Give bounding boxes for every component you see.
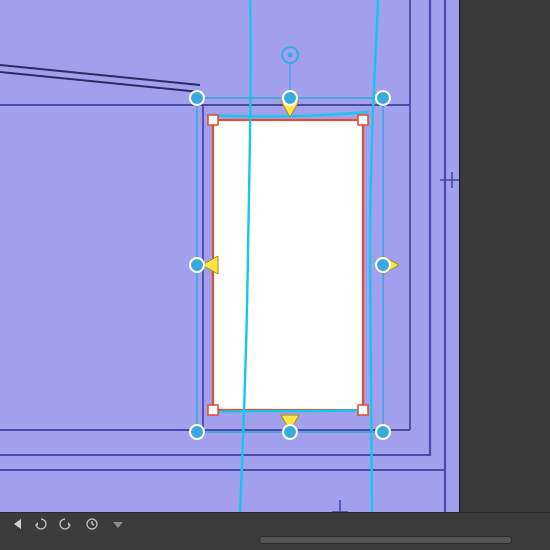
bbox-mid-handle[interactable] bbox=[190, 258, 204, 272]
chevron-down-icon[interactable] bbox=[111, 517, 125, 531]
rotate-handle-dot[interactable] bbox=[288, 53, 293, 58]
app-root bbox=[0, 0, 550, 550]
face-corner-handle[interactable] bbox=[358, 405, 368, 415]
redo-icon[interactable] bbox=[59, 517, 73, 531]
bottom-toolbar bbox=[0, 512, 550, 550]
undo-icon[interactable] bbox=[33, 517, 47, 531]
bbox-mid-handle[interactable] bbox=[376, 258, 390, 272]
bbox-corner-handle[interactable] bbox=[190, 91, 204, 105]
right-panel bbox=[459, 0, 550, 512]
selected-face-fill[interactable] bbox=[213, 120, 363, 410]
bbox-corner-handle[interactable] bbox=[190, 425, 204, 439]
face-corner-handle[interactable] bbox=[208, 405, 218, 415]
prev-icon[interactable] bbox=[14, 519, 21, 529]
bbox-corner-handle[interactable] bbox=[376, 91, 390, 105]
bbox-mid-handle[interactable] bbox=[283, 425, 297, 439]
timeline-scroll-thumb[interactable] bbox=[259, 536, 512, 544]
bbox-corner-handle[interactable] bbox=[376, 425, 390, 439]
bbox-mid-handle[interactable] bbox=[283, 91, 297, 105]
timeline-scrollbar[interactable] bbox=[0, 534, 550, 546]
face-corner-handle[interactable] bbox=[358, 115, 368, 125]
canvas-viewport[interactable] bbox=[0, 0, 460, 512]
face-corner-handle[interactable] bbox=[208, 115, 218, 125]
history-icon[interactable] bbox=[85, 517, 99, 531]
drawing-canvas[interactable] bbox=[0, 0, 460, 512]
